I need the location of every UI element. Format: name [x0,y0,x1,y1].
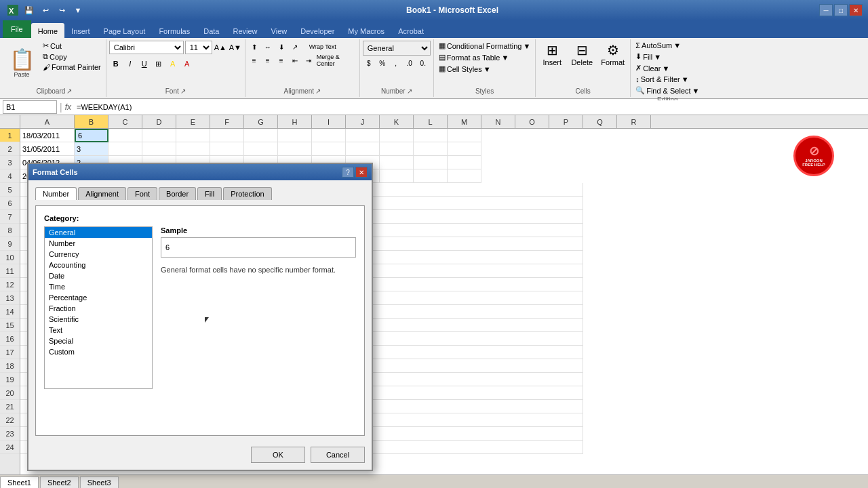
col-header-H[interactable]: H [278,115,312,129]
col-header-Q[interactable]: Q [583,115,617,129]
tab-view[interactable]: View [264,23,294,38]
name-box[interactable]: B1 [3,100,57,114]
align-left-btn[interactable]: ≡ [248,54,260,66]
cell-styles-btn[interactable]: ▦ Cell Styles ▼ [437,64,493,74]
delete-button[interactable]: ⊟ Delete [568,41,595,84]
tab-insert[interactable]: Insert [64,23,97,38]
wrap-text-btn[interactable]: Wrap Text [302,41,343,53]
formula-input[interactable] [74,100,865,114]
cell-M1[interactable] [448,129,481,142]
undo-quick-btn[interactable]: ↩ [38,4,53,16]
find-select-btn[interactable]: 🔍 Find & Select ▼ [633,85,701,96]
customize-quick-btn[interactable]: ▼ [71,4,85,16]
col-header-O[interactable]: O [515,115,549,129]
cell-C1[interactable] [108,129,142,142]
increase-decimal-btn[interactable]: .0 [403,57,416,69]
copy-button[interactable]: ⧉ Copy [41,52,103,62]
align-middle-btn[interactable]: ↔ [262,41,274,53]
cat-item-percentage[interactable]: Percentage [45,292,152,303]
cell-G1[interactable] [244,129,278,142]
font-expand-icon[interactable]: ↗ [180,87,186,95]
category-list[interactable]: General Number Currency Accounting Date … [44,226,153,389]
clipboard-expand-icon[interactable]: ↗ [66,87,72,95]
tab-developer[interactable]: Developer [294,23,341,38]
tab-acrobat[interactable]: Acrobat [391,23,431,38]
cat-item-text[interactable]: Text [45,325,152,336]
col-header-M[interactable]: M [448,115,481,129]
fill-btn[interactable]: ⬇ Fill ▼ [633,52,663,62]
cat-item-time[interactable]: Time [45,281,152,292]
ok-button[interactable]: OK [251,447,305,463]
italic-button[interactable]: I [123,57,137,70]
dialog-help-btn[interactable]: ? [342,167,354,178]
dialog-close-btn[interactable]: ✕ [355,167,368,178]
underline-button[interactable]: U [138,57,151,70]
col-header-B[interactable]: B [75,115,108,129]
cell-L4[interactable] [414,169,448,183]
cell-K4[interactable] [380,169,414,183]
decrease-decimal-btn[interactable]: 0. [417,57,429,69]
format-as-table-btn[interactable]: ▤ Format as Table ▼ [437,52,511,62]
decrease-indent-btn[interactable]: ⇤ [289,54,301,66]
cat-item-currency[interactable]: Currency [45,249,152,260]
cell-D1[interactable] [142,129,176,142]
col-header-F[interactable]: F [210,115,244,129]
cell-M4[interactable] [448,169,481,183]
cell-I2[interactable] [312,142,346,156]
cat-item-custom[interactable]: Custom [45,346,152,357]
accounting-btn[interactable]: $ [363,57,375,69]
cell-A2[interactable]: 31/05/2011 [20,142,75,156]
sheet-tab-1[interactable]: Sheet1 [0,476,39,488]
alignment-expand-icon[interactable]: ↗ [315,87,321,95]
bold-button[interactable]: B [109,57,123,70]
cat-item-number[interactable]: Number [45,238,152,249]
cell-C2[interactable] [108,142,142,156]
tab-file[interactable]: File [3,20,31,38]
decrease-font-btn[interactable]: A▼ [229,41,242,54]
border-button[interactable]: ⊞ [152,57,165,70]
cell-H1[interactable] [278,129,312,142]
merge-center-btn[interactable]: Merge & Center [316,54,357,66]
paste-button[interactable]: 📋 Paste [5,41,38,84]
cell-K1[interactable] [380,129,414,142]
align-top-btn[interactable]: ⬆ [248,41,260,53]
col-header-D[interactable]: D [142,115,176,129]
col-header-A[interactable]: A [20,115,75,129]
cell-H2[interactable] [278,142,312,156]
dialog-tab-fill[interactable]: Fill [197,187,222,200]
close-btn[interactable]: ✕ [849,4,863,16]
font-size-select[interactable]: 11 [185,41,212,54]
dialog-tab-alignment[interactable]: Alignment [78,187,126,200]
col-header-P[interactable]: P [549,115,583,129]
cell-M2[interactable] [448,142,481,156]
tab-formulas[interactable]: Formulas [152,23,197,38]
cell-F1[interactable] [210,129,244,142]
format-cells-dialog[interactable]: Format Cells ? ✕ Number Alignment Font B… [27,163,373,471]
insert-button[interactable]: ⊞ Insert [538,41,566,84]
increase-indent-btn[interactable]: ⇥ [302,54,315,66]
cell-G2[interactable] [244,142,278,156]
cat-item-date[interactable]: Date [45,270,152,281]
dialog-tab-protection[interactable]: Protection [223,187,272,200]
cell-K2[interactable] [380,142,414,156]
tab-my-macros[interactable]: My Macros [341,23,391,38]
number-format-select[interactable]: General [363,41,431,56]
col-header-K[interactable]: K [380,115,414,129]
fill-color-button[interactable]: A [166,57,180,70]
cell-L3[interactable] [414,156,448,169]
cancel-button[interactable]: Cancel [311,447,365,463]
autosum-btn[interactable]: Σ AutoSum ▼ [633,41,683,50]
increase-font-btn[interactable]: A▲ [214,41,227,54]
align-bottom-btn[interactable]: ⬇ [275,41,288,53]
cat-item-fraction[interactable]: Fraction [45,303,152,314]
number-expand-icon[interactable]: ↗ [407,87,412,95]
minimize-btn[interactable]: ─ [819,4,833,16]
cell-K3[interactable] [380,156,414,169]
cat-item-accounting[interactable]: Accounting [45,260,152,270]
cell-J2[interactable] [346,142,380,156]
cell-B2[interactable]: 3 [75,142,108,156]
col-header-G[interactable]: G [244,115,278,129]
conditional-formatting-btn[interactable]: ▦ Conditional Formatting ▼ [437,41,533,51]
col-header-C[interactable]: C [108,115,142,129]
cell-L2[interactable] [414,142,448,156]
